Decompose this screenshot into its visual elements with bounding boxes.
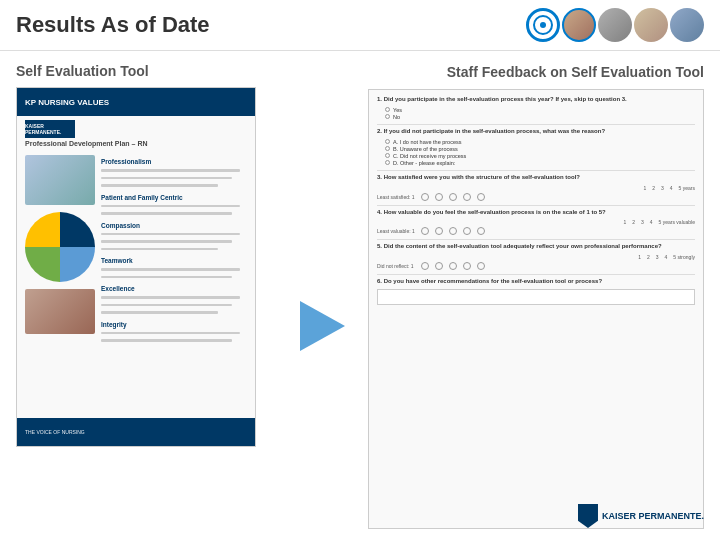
doc-bottom-bar: THE VOICE OF NURSING — [17, 418, 255, 446]
avatar-4 — [670, 8, 704, 42]
survey-option: B. Unaware of the process — [385, 146, 695, 152]
survey-option: C. Did not receive my process — [385, 153, 695, 159]
survey-q1: 1. Did you participate in the self-evalu… — [377, 96, 695, 104]
kp-shield-icon — [578, 504, 598, 528]
doc-logo-row: KAISER PERMANENTE. — [17, 116, 255, 140]
kp-brand-text: KAISER PERMANENTE. — [602, 511, 704, 521]
kp-logo-doc: KAISER PERMANENTE. — [25, 120, 75, 138]
left-section-title: Self Evaluation Tool — [16, 63, 276, 79]
survey-q4-scale: Least valuable: 1 — [377, 227, 695, 235]
kp-logo-text: KAISER PERMANENTE. — [25, 123, 75, 135]
survey-q3-scale: Least satisfied: 1 — [377, 193, 695, 201]
left-column: Self Evaluation Tool KP NURSING VALUES K… — [16, 63, 276, 529]
survey-option: No — [385, 114, 695, 120]
survey-option: D. Other - please explain: — [385, 160, 695, 166]
doc-text-content: Professionalism Patient and Family Centr… — [101, 155, 247, 343]
survey-document: 1. Did you participate in the self-evalu… — [368, 89, 704, 529]
divider — [377, 239, 695, 240]
survey-q3: 3. How satisfied were you with the struc… — [377, 174, 695, 182]
survey-q4: 4. How valuable do you feel the self-eva… — [377, 209, 695, 217]
survey-q6-textbox[interactable] — [377, 289, 695, 305]
right-section-title: Staff Feedback on Self Evaluation Tool — [368, 63, 704, 81]
doc-subtitle: Professional Development Plan – RN — [17, 140, 255, 151]
doc-header-text: KP NURSING VALUES — [25, 98, 109, 107]
avatar-3 — [634, 8, 668, 42]
survey-q2: 2. If you did not participate in the sel… — [377, 128, 695, 136]
doc-header-bar: KP NURSING VALUES — [17, 88, 255, 116]
avatar-2 — [598, 8, 632, 42]
arrow-container — [292, 123, 352, 529]
survey-option: A. I do not have the process — [385, 139, 695, 145]
avatar-1 — [562, 8, 596, 42]
doc-image-1 — [25, 155, 95, 205]
survey-q5: 5. Did the content of the self-evaluatio… — [377, 243, 695, 251]
doc-circle-chart — [25, 212, 95, 282]
doc-body: Professionalism Patient and Family Centr… — [17, 151, 255, 347]
doc-bottom-text: THE VOICE OF NURSING — [25, 429, 85, 435]
page-title: Results As of Date — [16, 12, 210, 38]
self-eval-document: KP NURSING VALUES KAISER PERMANENTE. Pro… — [16, 87, 256, 447]
survey-option: Yes — [385, 107, 695, 113]
survey-q2-options: A. I do not have the process B. Unaware … — [385, 139, 695, 166]
header: Results As of Date — [0, 0, 720, 51]
survey-q1-options: Yes No — [385, 107, 695, 120]
direction-arrow — [300, 301, 345, 351]
doc-images — [25, 155, 95, 343]
divider — [377, 124, 695, 125]
target-icon — [526, 8, 560, 42]
divider — [377, 205, 695, 206]
survey-q5-scale: Did not reflect: 1 — [377, 262, 695, 270]
divider — [377, 170, 695, 171]
right-column: Staff Feedback on Self Evaluation Tool 1… — [368, 63, 704, 529]
divider — [377, 274, 695, 275]
doc-image-2 — [25, 289, 95, 334]
kp-bottom-logo: KAISER PERMANENTE. — [578, 504, 704, 528]
header-photos — [526, 8, 704, 42]
survey-q6: 6. Do you have other recommendations for… — [377, 278, 695, 286]
main-content: Self Evaluation Tool KP NURSING VALUES K… — [0, 51, 720, 540]
